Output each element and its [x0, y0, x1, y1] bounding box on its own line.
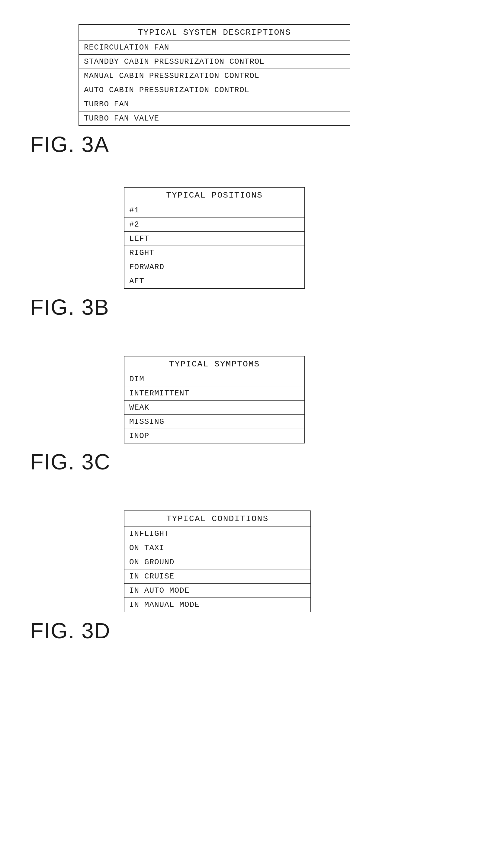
- fig3c-table-container: TYPICAL SYMPTOMS DIMINTERMITTENTWEAKMISS…: [124, 356, 486, 443]
- table-row: #2: [124, 217, 305, 232]
- table-row: IN AUTO MODE: [124, 584, 311, 598]
- fig3b-table: TYPICAL POSITIONS #1#2LEFTRIGHTFORWARDAF…: [124, 187, 305, 289]
- fig3d-table-wrapper: TYPICAL CONDITIONS INFLIGHTON TAXION GRO…: [124, 511, 311, 612]
- table-row: RIGHT: [124, 246, 305, 260]
- table-row: WEAK: [124, 401, 305, 415]
- fig3a-label: FIG. 3A: [30, 132, 486, 157]
- fig3a-table-wrapper: TYPICAL SYSTEM DESCRIPTIONS RECIRCULATIO…: [78, 24, 350, 126]
- fig3b-label: FIG. 3B: [30, 295, 486, 319]
- page-content: TYPICAL SYSTEM DESCRIPTIONS RECIRCULATIO…: [18, 12, 486, 661]
- fig3d-header: TYPICAL CONDITIONS: [124, 511, 311, 527]
- table-row: ON GROUND: [124, 555, 311, 569]
- section-fig3b: TYPICAL POSITIONS #1#2LEFTRIGHTFORWARDAF…: [18, 175, 486, 332]
- table-row: INOP: [124, 429, 305, 443]
- table-row: AFT: [124, 274, 305, 289]
- fig3c-table: TYPICAL SYMPTOMS DIMINTERMITTENTWEAKMISS…: [124, 356, 305, 443]
- section-fig3d: TYPICAL CONDITIONS INFLIGHTON TAXION GRO…: [18, 492, 486, 655]
- table-row: RECIRCULATION FAN: [79, 41, 350, 55]
- table-row: STANDBY CABIN PRESSURIZATION CONTROL: [79, 55, 350, 69]
- table-row: TURBO FAN VALVE: [79, 112, 350, 126]
- table-row: INFLIGHT: [124, 527, 311, 541]
- fig3d-table-container: TYPICAL CONDITIONS INFLIGHTON TAXION GRO…: [124, 511, 486, 612]
- fig3b-table-container: TYPICAL POSITIONS #1#2LEFTRIGHTFORWARDAF…: [124, 187, 486, 289]
- section-fig3c: TYPICAL SYMPTOMS DIMINTERMITTENTWEAKMISS…: [18, 338, 486, 486]
- table-row: TURBO FAN: [79, 97, 350, 112]
- fig3b-table-wrapper: TYPICAL POSITIONS #1#2LEFTRIGHTFORWARDAF…: [124, 187, 305, 289]
- fig3c-label: FIG. 3C: [30, 449, 486, 474]
- table-row: DIM: [124, 372, 305, 386]
- table-row: ON TAXI: [124, 541, 311, 555]
- section-fig3a: TYPICAL SYSTEM DESCRIPTIONS RECIRCULATIO…: [18, 12, 486, 169]
- fig3a-header: TYPICAL SYSTEM DESCRIPTIONS: [79, 25, 350, 41]
- fig3d-label: FIG. 3D: [30, 618, 486, 643]
- table-row: LEFT: [124, 232, 305, 246]
- table-row: IN CRUISE: [124, 569, 311, 584]
- table-row: INTERMITTENT: [124, 386, 305, 401]
- table-row: MISSING: [124, 415, 305, 429]
- fig3b-header: TYPICAL POSITIONS: [124, 187, 305, 203]
- table-row: FORWARD: [124, 260, 305, 274]
- fig3a-table-container: TYPICAL SYSTEM DESCRIPTIONS RECIRCULATIO…: [78, 24, 486, 126]
- table-row: AUTO CABIN PRESSURIZATION CONTROL: [79, 83, 350, 97]
- fig3c-table-wrapper: TYPICAL SYMPTOMS DIMINTERMITTENTWEAKMISS…: [124, 356, 305, 443]
- fig3a-table: TYPICAL SYSTEM DESCRIPTIONS RECIRCULATIO…: [78, 24, 350, 126]
- table-row: MANUAL CABIN PRESSURIZATION CONTROL: [79, 69, 350, 83]
- table-row: #1: [124, 203, 305, 217]
- table-row: IN MANUAL MODE: [124, 598, 311, 612]
- fig3d-table: TYPICAL CONDITIONS INFLIGHTON TAXION GRO…: [124, 511, 311, 612]
- fig3c-header: TYPICAL SYMPTOMS: [124, 356, 305, 372]
